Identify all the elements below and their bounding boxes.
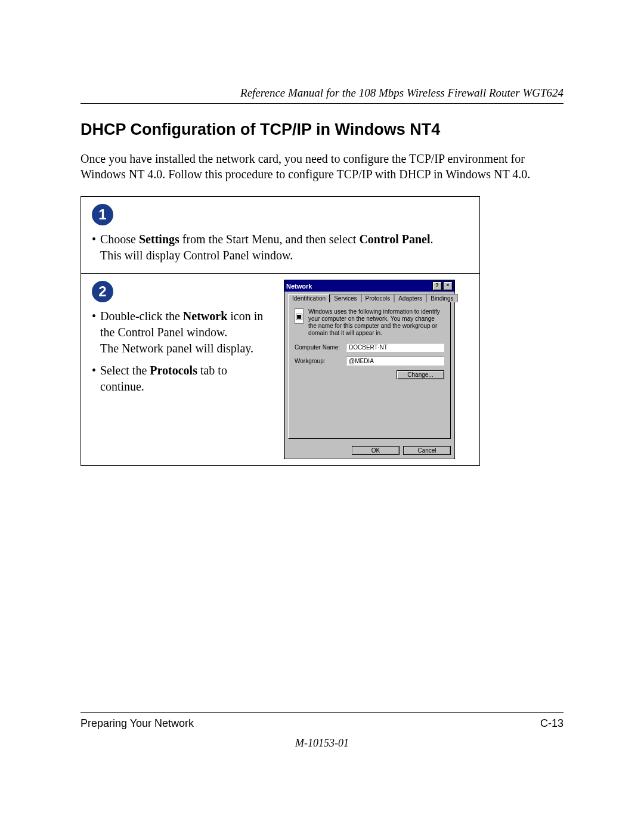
dialog-tabs: Identification Services Protocols Adapte… [288, 294, 451, 302]
tab-identification[interactable]: Identification [288, 294, 330, 302]
change-button[interactable]: Change... [397, 370, 444, 379]
tab-services[interactable]: Services [330, 294, 361, 302]
footer-doc-number: M-10153-01 [80, 737, 564, 750]
network-dialog: Network ? × Identification Services Prot… [284, 280, 455, 459]
bullet-icon: • [92, 308, 100, 340]
computer-name-field[interactable]: DOCBERT-NT [346, 343, 444, 352]
cancel-button[interactable]: Cancel [403, 446, 451, 455]
steps-table: 1 • Choose Settings from the Start Menu,… [80, 196, 480, 466]
step2-plain: The Network panel will display. [100, 340, 273, 357]
step2a-bold: Network [183, 309, 227, 323]
footer-page-number: C-13 [540, 717, 564, 730]
document-page: Reference Manual for the 108 Mbps Wirele… [0, 0, 644, 833]
close-icon[interactable]: × [443, 281, 453, 290]
dialog-titlebar: Network ? × [284, 280, 454, 292]
computer-icon: ▣ [295, 308, 304, 324]
step1-text-pre: Choose [100, 233, 139, 246]
step2b-bold: Protocols [150, 364, 197, 377]
step-row-2: 2 • Double-click the Network icon in the… [81, 274, 479, 465]
step2b-pre: Select the [100, 364, 150, 377]
tabpane-identification: ▣ Windows uses the following information… [288, 302, 451, 439]
tab-bindings[interactable]: Bindings [426, 294, 457, 302]
running-header: Reference Manual for the 108 Mbps Wirele… [80, 86, 564, 104]
step2a-pre: Double-click the [100, 309, 183, 323]
page-footer: Preparing Your Network C-13 M-10153-01 [80, 712, 564, 750]
step1-text-post: . [430, 233, 433, 246]
step1-bold1: Settings [139, 233, 179, 246]
footer-section-name: Preparing Your Network [80, 717, 194, 730]
bullet-icon: • [92, 363, 100, 395]
computer-name-label: Computer Name: [295, 344, 342, 351]
help-icon[interactable]: ? [432, 281, 442, 290]
dialog-title-text: Network [286, 283, 312, 290]
step1-plain: This will display Control Panel window. [100, 249, 293, 262]
step-badge-2: 2 [92, 281, 113, 302]
step-badge-1: 1 [92, 204, 113, 225]
step-row-1: 1 • Choose Settings from the Start Menu,… [81, 197, 479, 274]
dialog-info-text: Windows uses the following information t… [308, 308, 444, 337]
workgroup-field[interactable]: @MEDIA [346, 357, 444, 366]
step1-bold2: Control Panel [359, 233, 430, 246]
step1-text-mid: from the Start Menu, and then select [179, 233, 360, 246]
intro-paragraph: Once you have installed the network card… [80, 151, 564, 182]
ok-button[interactable]: OK [352, 446, 400, 455]
bullet-icon: • [92, 231, 100, 264]
section-heading: DHCP Configuration of TCP/IP in Windows … [80, 120, 564, 139]
workgroup-label: Workgroup: [295, 358, 342, 364]
tab-adapters[interactable]: Adapters [394, 294, 426, 302]
tab-protocols[interactable]: Protocols [361, 294, 395, 302]
